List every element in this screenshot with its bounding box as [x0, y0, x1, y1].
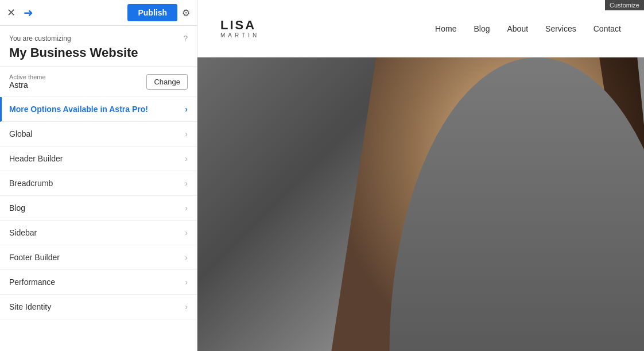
customizer-panel: ✕ ➜ Publish ⚙ You are customizing ? My B… — [0, 0, 197, 351]
menu-item-label-blog: Blog — [9, 203, 25, 213]
menu-item-label-site-identity: Site Identity — [9, 302, 51, 311]
nav-link-about[interactable]: About — [507, 24, 528, 33]
menu-item-label-astra-pro: More Options Available in Astra Pro! — [9, 105, 148, 114]
logo-sub: MARTIN — [220, 32, 259, 38]
chevron-icon-footer-builder: › — [185, 253, 188, 262]
chevron-icon-header-builder: › — [185, 154, 188, 163]
menu-item-header-builder[interactable]: Header Builder› — [0, 146, 197, 171]
arrow-icon: ➜ — [24, 6, 33, 20]
preview-inner: Customize LISA MARTIN HomeBlogAboutServi… — [197, 0, 644, 351]
help-icon[interactable]: ? — [183, 34, 188, 43]
menu-item-performance[interactable]: Performance› — [0, 270, 197, 295]
menu-item-label-footer-builder: Footer Builder — [9, 253, 60, 262]
chevron-icon-performance: › — [185, 277, 188, 287]
chevron-icon-site-identity: › — [185, 302, 188, 311]
admin-bar: Customize — [605, 0, 644, 10]
menu-item-breadcrumb[interactable]: Breadcrumb› — [0, 171, 197, 196]
active-theme-section: Active theme Astra Change — [0, 67, 197, 97]
nav-link-services[interactable]: Services — [545, 24, 576, 33]
hero-area — [197, 57, 644, 351]
menu-item-sidebar[interactable]: Sidebar› — [0, 221, 197, 245]
site-name: My Business Website — [9, 45, 188, 60]
chevron-icon-astra-pro: › — [185, 105, 188, 114]
close-icon: ✕ — [7, 6, 15, 19]
chevron-icon-breadcrumb: › — [185, 179, 188, 188]
customizing-prefix: You are customizing — [9, 34, 71, 43]
theme-info: Active theme Astra — [9, 74, 46, 90]
gear-button[interactable]: ⚙ — [182, 7, 190, 18]
menu-item-site-identity[interactable]: Site Identity› — [0, 295, 197, 319]
top-bar: ✕ ➜ Publish ⚙ — [0, 0, 197, 26]
theme-name: Astra — [9, 80, 46, 90]
menu-item-label-global: Global — [9, 129, 32, 138]
site-header: LISA MARTIN HomeBlogAboutServicesContact — [197, 0, 644, 57]
change-theme-button[interactable]: Change — [146, 74, 188, 90]
preview-area: Customize LISA MARTIN HomeBlogAboutServi… — [197, 0, 644, 351]
customizing-info: You are customizing ? My Business Websit… — [0, 26, 197, 67]
menu-item-label-breadcrumb: Breadcrumb — [9, 179, 53, 188]
chevron-icon-blog: › — [185, 203, 188, 213]
menu-item-label-sidebar: Sidebar — [9, 228, 37, 237]
nav-link-home[interactable]: Home — [435, 24, 456, 33]
theme-label: Active theme — [9, 74, 46, 80]
menu-item-label-header-builder: Header Builder — [9, 154, 63, 163]
customizing-label: You are customizing ? — [9, 34, 188, 43]
nav-link-blog[interactable]: Blog — [474, 24, 490, 33]
logo-name: LISA — [220, 18, 259, 32]
chevron-icon-global: › — [185, 129, 188, 138]
menu-item-footer-builder[interactable]: Footer Builder› — [0, 245, 197, 270]
menu-item-global[interactable]: Global› — [0, 122, 197, 146]
site-nav: HomeBlogAboutServicesContact — [435, 24, 621, 33]
nav-link-contact[interactable]: Contact — [593, 24, 621, 33]
publish-button[interactable]: Publish — [127, 4, 177, 21]
menu-item-label-performance: Performance — [9, 277, 55, 287]
menu-item-blog[interactable]: Blog› — [0, 196, 197, 221]
hero-bg — [197, 57, 644, 351]
close-button[interactable]: ✕ — [7, 6, 15, 19]
menu-list: More Options Available in Astra Pro!›Glo… — [0, 97, 197, 351]
site-logo: LISA MARTIN — [220, 18, 259, 38]
menu-item-astra-pro[interactable]: More Options Available in Astra Pro!› — [0, 97, 197, 122]
chevron-icon-sidebar: › — [185, 228, 188, 237]
